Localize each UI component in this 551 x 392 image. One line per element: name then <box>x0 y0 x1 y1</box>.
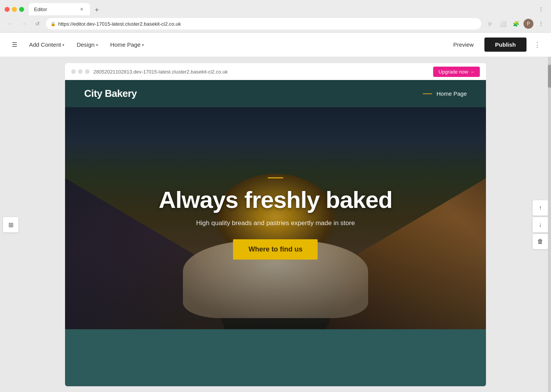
publish-button[interactable]: Publish <box>484 38 527 52</box>
preview-dot-3 <box>85 69 90 74</box>
hero-title: Always freshly baked <box>159 186 393 213</box>
left-side-controls: ⊞ <box>3 217 18 232</box>
editor-main: ⊞ 28052021102813.dev-17015-latest.cluste… <box>0 57 551 392</box>
preview-browser-bar: 28052021102813.dev-17015-latest.cluster2… <box>65 63 486 80</box>
tab-close-button[interactable]: ✕ <box>78 6 85 12</box>
website-preview: City Bakery Home Page <box>65 80 486 386</box>
preview-button[interactable]: Preview <box>447 38 479 51</box>
up-arrow-icon: ↑ <box>539 204 542 211</box>
add-content-chevron-icon: ▾ <box>62 43 64 47</box>
profile-avatar[interactable]: P <box>523 19 533 29</box>
refresh-icon: ↺ <box>35 21 40 27</box>
preview-label: Preview <box>453 41 473 48</box>
site-nav: City Bakery Home Page <box>65 80 486 107</box>
close-traffic-light[interactable] <box>5 7 10 12</box>
design-chevron-icon: ▾ <box>96 43 98 47</box>
nav-home-page-link[interactable]: Home Page <box>437 90 467 97</box>
address-bar[interactable]: 🔒 https://editor.dev-17015-latest.cluste… <box>46 18 481 29</box>
tab-bar: Editor ✕ + <box>29 3 533 15</box>
preview-container: 28052021102813.dev-17015-latest.cluster2… <box>65 63 486 386</box>
move-up-button[interactable]: ↑ <box>533 200 548 216</box>
minimize-traffic-light[interactable] <box>12 7 17 12</box>
sliders-icon: ⊞ <box>8 221 13 229</box>
home-page-button[interactable]: Home Page ▾ <box>106 38 148 51</box>
add-content-button[interactable]: Add Content ▾ <box>24 38 69 51</box>
right-side-controls: ↑ ↓ 🗑 <box>533 200 548 249</box>
refresh-button[interactable]: ↺ <box>32 18 43 29</box>
trash-icon: 🗑 <box>537 238 543 245</box>
screenshot-icon[interactable]: ⬜ <box>497 18 508 29</box>
upgrade-now-button[interactable]: Upgrade now → <box>433 67 480 77</box>
browser-menu-icon[interactable]: ⋮ <box>536 18 546 29</box>
hero-accent-line <box>268 177 283 178</box>
maximize-traffic-light[interactable] <box>19 7 24 12</box>
extensions-icon[interactable]: 🧩 <box>510 18 521 29</box>
forward-icon: → <box>21 21 26 27</box>
design-button[interactable]: Design ▾ <box>72 38 103 51</box>
browser-toolbar: ← → ↺ 🔒 https://editor.dev-17015-latest.… <box>0 15 551 32</box>
tab-title: Editor <box>34 7 47 12</box>
hero-cta-button[interactable]: Where to find us <box>233 239 318 260</box>
back-icon: ← <box>7 21 13 27</box>
new-tab-button[interactable]: + <box>91 5 102 15</box>
publish-label: Publish <box>495 41 516 48</box>
editor-more-button[interactable]: ⋮ <box>531 39 543 51</box>
design-label: Design <box>77 41 95 48</box>
scrollbar[interactable] <box>548 57 551 392</box>
section-settings-button[interactable]: ⊞ <box>3 217 18 232</box>
more-vert-icon: ⋮ <box>534 41 541 49</box>
home-page-chevron-icon: ▾ <box>142 43 144 47</box>
home-page-label: Home Page <box>110 41 140 48</box>
traffic-lights <box>5 7 24 12</box>
back-button[interactable]: ← <box>5 18 15 29</box>
down-arrow-icon: ↓ <box>539 221 542 228</box>
bookmark-icon[interactable]: ☆ <box>484 18 495 29</box>
hero-content: Always freshly baked High quality breads… <box>159 177 393 260</box>
preview-dot-1 <box>71 69 76 74</box>
scrollbar-thumb[interactable] <box>548 65 551 88</box>
hero-subtitle: High quality breads and pastries expertl… <box>159 219 393 227</box>
title-bar: Editor ✕ + ⋮ <box>0 0 551 15</box>
preview-dots <box>71 69 90 74</box>
lock-icon: 🔒 <box>51 21 56 26</box>
editor-toolbar-right: Preview Publish ⋮ <box>447 38 543 52</box>
hero-section: Always freshly baked High quality breads… <box>65 107 486 329</box>
browser-tab[interactable]: Editor ✕ <box>29 3 90 15</box>
editor-toolbar: ☰ Add Content ▾ Design ▾ Home Page ▾ Pre… <box>0 33 551 57</box>
site-nav-right: Home Page <box>423 90 467 97</box>
nav-accent-line <box>423 93 432 94</box>
delete-section-button[interactable]: 🗑 <box>533 234 548 249</box>
hamburger-icon: ☰ <box>12 41 17 48</box>
preview-dot-2 <box>78 69 83 74</box>
add-content-label: Add Content <box>29 41 61 48</box>
browser-more-button[interactable]: ⋮ <box>536 4 546 15</box>
move-down-button[interactable]: ↓ <box>533 217 548 232</box>
site-logo: City Bakery <box>84 88 137 100</box>
browser-chrome: Editor ✕ + ⋮ ← → ↺ 🔒 https://editor.dev-… <box>0 0 551 33</box>
upgrade-label: Upgrade now → <box>439 69 474 75</box>
browser-toolbar-icons: ☆ ⬜ 🧩 P ⋮ <box>484 18 546 29</box>
avatar-initial: P <box>527 21 530 26</box>
preview-url-display: 28052021102813.dev-17015-latest.cluster2… <box>93 69 429 75</box>
url-display: https://editor.dev-17015-latest.cluster2… <box>58 21 181 27</box>
forward-button[interactable]: → <box>18 18 29 29</box>
hamburger-menu-button[interactable]: ☰ <box>8 38 21 52</box>
